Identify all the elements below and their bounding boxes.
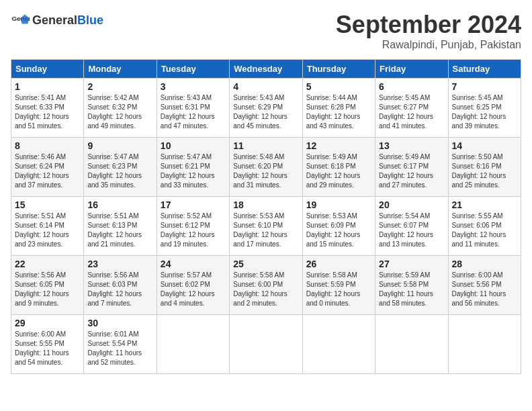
calendar-cell: 12 Sunrise: 5:49 AM Sunset: 6:18 PM Dayl… bbox=[302, 138, 375, 197]
calendar-cell: 28 Sunrise: 6:00 AM Sunset: 5:56 PM Dayl… bbox=[448, 256, 521, 315]
weekday-header-sunday: Sunday bbox=[11, 60, 84, 79]
calendar-cell: 16 Sunrise: 5:51 AM Sunset: 6:13 PM Dayl… bbox=[84, 197, 157, 256]
cell-info: Sunrise: 5:50 AM Sunset: 6:16 PM Dayligh… bbox=[452, 152, 517, 190]
cell-info: Sunrise: 6:00 AM Sunset: 5:56 PM Dayligh… bbox=[452, 271, 517, 308]
weekday-header-saturday: Saturday bbox=[448, 60, 521, 79]
day-number: 24 bbox=[161, 259, 226, 269]
calendar-cell: 29 Sunrise: 6:00 AM Sunset: 5:55 PM Dayl… bbox=[11, 315, 84, 374]
cell-info: Sunrise: 5:58 AM Sunset: 5:59 PM Dayligh… bbox=[306, 271, 371, 308]
cell-info: Sunrise: 5:49 AM Sunset: 6:18 PM Dayligh… bbox=[306, 152, 371, 190]
logo-text: GeneralBlue bbox=[32, 13, 103, 28]
cell-info: Sunrise: 5:48 AM Sunset: 6:20 PM Dayligh… bbox=[233, 152, 298, 190]
day-number: 19 bbox=[306, 199, 371, 210]
cell-info: Sunrise: 5:41 AM Sunset: 6:33 PM Dayligh… bbox=[15, 93, 80, 131]
calendar-cell: 14 Sunrise: 5:50 AM Sunset: 6:16 PM Dayl… bbox=[448, 138, 521, 197]
cell-info: Sunrise: 5:57 AM Sunset: 6:02 PM Dayligh… bbox=[161, 271, 226, 308]
weekday-header-wednesday: Wednesday bbox=[230, 60, 302, 79]
title-section: September 2024 Rawalpindi, Punjab, Pakis… bbox=[336, 11, 521, 51]
cell-info: Sunrise: 6:00 AM Sunset: 5:55 PM Dayligh… bbox=[15, 330, 80, 367]
cell-info: Sunrise: 5:42 AM Sunset: 6:32 PM Dayligh… bbox=[87, 93, 152, 131]
weekday-header-monday: Monday bbox=[84, 60, 157, 79]
calendar-cell: 1 Sunrise: 5:41 AM Sunset: 6:33 PM Dayli… bbox=[11, 79, 84, 138]
calendar-cell: 4 Sunrise: 5:43 AM Sunset: 6:29 PM Dayli… bbox=[230, 79, 302, 138]
day-number: 10 bbox=[161, 140, 226, 151]
cell-info: Sunrise: 5:58 AM Sunset: 6:00 PM Dayligh… bbox=[233, 271, 298, 308]
day-number: 22 bbox=[15, 259, 80, 269]
cell-info: Sunrise: 5:53 AM Sunset: 6:09 PM Dayligh… bbox=[306, 212, 371, 249]
cell-info: Sunrise: 5:59 AM Sunset: 5:58 PM Dayligh… bbox=[379, 271, 444, 308]
day-number: 13 bbox=[379, 140, 444, 151]
cell-info: Sunrise: 5:49 AM Sunset: 6:17 PM Dayligh… bbox=[379, 152, 444, 190]
logo-icon: General bbox=[11, 11, 30, 30]
day-number: 20 bbox=[379, 199, 444, 210]
calendar-cell: 13 Sunrise: 5:49 AM Sunset: 6:17 PM Dayl… bbox=[375, 138, 448, 197]
day-number: 7 bbox=[452, 81, 517, 92]
day-number: 2 bbox=[87, 81, 152, 92]
day-number: 8 bbox=[15, 140, 80, 151]
cell-info: Sunrise: 6:01 AM Sunset: 5:54 PM Dayligh… bbox=[87, 330, 152, 367]
calendar-week-row: 29 Sunrise: 6:00 AM Sunset: 5:55 PM Dayl… bbox=[11, 315, 521, 374]
calendar-cell: 24 Sunrise: 5:57 AM Sunset: 6:02 PM Dayl… bbox=[157, 256, 229, 315]
calendar-cell bbox=[157, 315, 229, 374]
day-number: 17 bbox=[161, 199, 226, 210]
day-number: 5 bbox=[306, 81, 371, 92]
cell-info: Sunrise: 5:55 AM Sunset: 6:06 PM Dayligh… bbox=[452, 212, 517, 249]
day-number: 26 bbox=[306, 259, 371, 269]
cell-info: Sunrise: 5:44 AM Sunset: 6:28 PM Dayligh… bbox=[306, 93, 371, 131]
calendar-cell: 2 Sunrise: 5:42 AM Sunset: 6:32 PM Dayli… bbox=[84, 79, 157, 138]
calendar-cell: 9 Sunrise: 5:47 AM Sunset: 6:23 PM Dayli… bbox=[84, 138, 157, 197]
cell-info: Sunrise: 5:47 AM Sunset: 6:23 PM Dayligh… bbox=[87, 152, 152, 190]
calendar-cell: 19 Sunrise: 5:53 AM Sunset: 6:09 PM Dayl… bbox=[302, 197, 375, 256]
calendar-cell: 5 Sunrise: 5:44 AM Sunset: 6:28 PM Dayli… bbox=[302, 79, 375, 138]
day-number: 30 bbox=[87, 318, 152, 328]
day-number: 25 bbox=[233, 259, 298, 269]
page-header: General GeneralBlue September 2024 Rawal… bbox=[11, 11, 521, 51]
calendar-week-row: 22 Sunrise: 5:56 AM Sunset: 6:05 PM Dayl… bbox=[11, 256, 521, 315]
logo: General GeneralBlue bbox=[11, 11, 103, 30]
calendar-cell: 20 Sunrise: 5:54 AM Sunset: 6:07 PM Dayl… bbox=[375, 197, 448, 256]
calendar-cell: 7 Sunrise: 5:45 AM Sunset: 6:25 PM Dayli… bbox=[448, 79, 521, 138]
calendar-cell: 17 Sunrise: 5:52 AM Sunset: 6:12 PM Dayl… bbox=[157, 197, 229, 256]
cell-info: Sunrise: 5:46 AM Sunset: 6:24 PM Dayligh… bbox=[15, 152, 80, 190]
weekday-header-row: SundayMondayTuesdayWednesdayThursdayFrid… bbox=[11, 60, 521, 79]
cell-info: Sunrise: 5:56 AM Sunset: 6:05 PM Dayligh… bbox=[15, 271, 80, 308]
cell-info: Sunrise: 5:51 AM Sunset: 6:13 PM Dayligh… bbox=[87, 212, 152, 249]
cell-info: Sunrise: 5:56 AM Sunset: 6:03 PM Dayligh… bbox=[87, 271, 152, 308]
day-number: 9 bbox=[87, 140, 152, 151]
day-number: 27 bbox=[379, 259, 444, 269]
cell-info: Sunrise: 5:47 AM Sunset: 6:21 PM Dayligh… bbox=[161, 152, 226, 190]
calendar-cell: 23 Sunrise: 5:56 AM Sunset: 6:03 PM Dayl… bbox=[84, 256, 157, 315]
cell-info: Sunrise: 5:51 AM Sunset: 6:14 PM Dayligh… bbox=[15, 212, 80, 249]
calendar-cell: 3 Sunrise: 5:43 AM Sunset: 6:31 PM Dayli… bbox=[157, 79, 229, 138]
day-number: 28 bbox=[452, 259, 517, 269]
month-title: September 2024 bbox=[336, 11, 521, 39]
calendar-cell: 26 Sunrise: 5:58 AM Sunset: 5:59 PM Dayl… bbox=[302, 256, 375, 315]
calendar-cell: 30 Sunrise: 6:01 AM Sunset: 5:54 PM Dayl… bbox=[84, 315, 157, 374]
day-number: 12 bbox=[306, 140, 371, 151]
day-number: 29 bbox=[15, 318, 80, 328]
day-number: 16 bbox=[87, 199, 152, 210]
calendar-cell: 22 Sunrise: 5:56 AM Sunset: 6:05 PM Dayl… bbox=[11, 256, 84, 315]
weekday-header-tuesday: Tuesday bbox=[157, 60, 229, 79]
calendar-cell: 15 Sunrise: 5:51 AM Sunset: 6:14 PM Dayl… bbox=[11, 197, 84, 256]
day-number: 18 bbox=[233, 199, 298, 210]
cell-info: Sunrise: 5:43 AM Sunset: 6:29 PM Dayligh… bbox=[233, 93, 298, 131]
day-number: 3 bbox=[161, 81, 226, 92]
calendar-cell bbox=[230, 315, 302, 374]
calendar-cell: 6 Sunrise: 5:45 AM Sunset: 6:27 PM Dayli… bbox=[375, 79, 448, 138]
calendar-week-row: 1 Sunrise: 5:41 AM Sunset: 6:33 PM Dayli… bbox=[11, 79, 521, 138]
calendar-cell: 21 Sunrise: 5:55 AM Sunset: 6:06 PM Dayl… bbox=[448, 197, 521, 256]
calendar-week-row: 8 Sunrise: 5:46 AM Sunset: 6:24 PM Dayli… bbox=[11, 138, 521, 197]
calendar-cell: 18 Sunrise: 5:53 AM Sunset: 6:10 PM Dayl… bbox=[230, 197, 302, 256]
day-number: 21 bbox=[452, 199, 517, 210]
calendar-cell bbox=[448, 315, 521, 374]
cell-info: Sunrise: 5:45 AM Sunset: 6:27 PM Dayligh… bbox=[379, 93, 444, 131]
calendar-cell: 25 Sunrise: 5:58 AM Sunset: 6:00 PM Dayl… bbox=[230, 256, 302, 315]
weekday-header-friday: Friday bbox=[375, 60, 448, 79]
day-number: 4 bbox=[233, 81, 298, 92]
calendar-cell: 8 Sunrise: 5:46 AM Sunset: 6:24 PM Dayli… bbox=[11, 138, 84, 197]
weekday-header-thursday: Thursday bbox=[302, 60, 375, 79]
cell-info: Sunrise: 5:45 AM Sunset: 6:25 PM Dayligh… bbox=[452, 93, 517, 131]
location-title: Rawalpindi, Punjab, Pakistan bbox=[336, 39, 521, 51]
cell-info: Sunrise: 5:43 AM Sunset: 6:31 PM Dayligh… bbox=[161, 93, 226, 131]
